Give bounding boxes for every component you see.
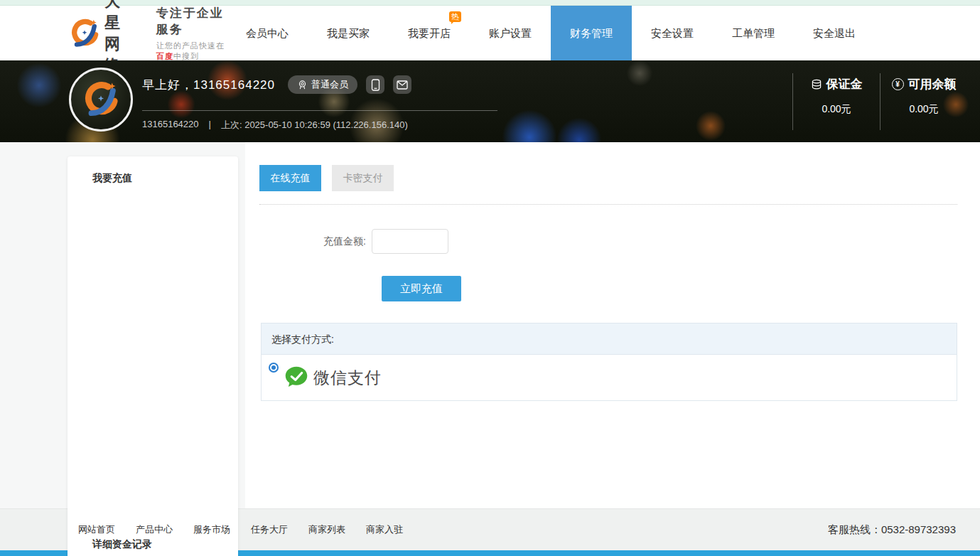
brand-logo-icon [69,18,100,49]
footer-links: 网站首页 产品中心 服务市场 任务大厅 商家列表 商家入驻 [78,523,403,536]
coin-yuan-glyph: ¥ [895,80,900,88]
tagline-sub-highlight: 百度 [156,52,173,60]
footer-link-merchant-join[interactable]: 商家入驻 [366,523,403,536]
tagline-sub: 让您的产品快速在百度中搜到 [156,41,227,62]
balance-stats: 保证金 0.00元 ¥ 可用余额 0.00元 [792,73,967,130]
wechat-pay-label: 微信支付 [313,367,382,389]
medal-icon [297,80,308,90]
main-area: 我要充值 详细资金记录 提现管理 我要提现 提现记录 保证金管理 缴纳保证金 解… [0,142,980,508]
coins-icon [811,79,822,90]
brand-tagline: 专注于企业服务 让您的产品快速在百度中搜到 [146,5,227,62]
nav-item-logout[interactable]: 安全退出 [794,6,875,60]
nav-item-open-shop[interactable]: 我要开店热 [389,6,470,60]
content-panel: 在线充值 卡密支付 充值金额: 立即充值 选择支付方式: 微信支付 [245,142,980,508]
user-banner: 早上好，13165164220 普通会员 13165164220 | 上次: 2… [0,60,980,142]
stat-deposit-value: 0.00元 [793,103,880,116]
tab-card-pay[interactable]: 卡密支付 [332,165,394,191]
payment-method-body: 微信支付 [262,355,957,400]
sidebar-item-recharge[interactable]: 我要充值 [68,166,238,532]
stat-deposit-label: 保证金 [826,76,863,92]
phone-icon[interactable] [366,75,384,94]
nav-item-open-shop-label: 我要开店 [408,27,451,39]
login-info-row: 13165164220 | 上次: 2025-05-10 10:26:59 (1… [142,119,408,132]
nav-item-member-center[interactable]: 会员中心 [227,6,308,60]
amount-form-row: 充值金额: [323,229,957,254]
recharge-tabs: 在线充值 卡密支付 [259,165,957,191]
footer-link-task-hall[interactable]: 任务大厅 [251,523,288,536]
nav-item-finance[interactable]: 财务管理 [551,6,632,60]
tagline-sub-suffix: 中搜到 [173,52,199,60]
info-separator: | [209,119,211,132]
stat-balance-value: 0.00元 [881,103,967,116]
username-text: 13165164220 [142,119,199,132]
mail-icon[interactable] [393,75,411,94]
amount-input[interactable] [372,229,448,254]
stat-balance-label-row: ¥ 可用余额 [881,76,967,92]
stat-deposit[interactable]: 保证金 0.00元 [792,73,880,130]
payment-method-box: 选择支付方式: 微信支付 [261,323,957,401]
service-hotline: 客服热线：0532-89732393 [828,523,956,537]
recharge-now-button[interactable]: 立即充值 [382,276,461,301]
main-nav: 会员中心 我是买家 我要开店热 账户设置 财务管理 安全设置 工单管理 安全退出 [227,6,875,60]
footer-link-products[interactable]: 产品中心 [136,523,173,536]
sidebar-menu-card: 我要充值 详细资金记录 提现管理 我要提现 提现记录 保证金管理 缴纳保证金 解… [68,156,238,556]
wechat-pay-icon [284,365,309,390]
stat-balance-label: 可用余额 [908,76,957,92]
coin-yuan-icon: ¥ [892,78,904,90]
sidebar: 我要充值 详细资金记录 提现管理 我要提现 提现记录 保证金管理 缴纳保证金 解… [0,142,245,508]
avatar-logo-icon [82,80,120,119]
last-login-text: 上次: 2025-05-10 10:26:59 (112.226.156.140… [221,119,408,132]
amount-label: 充值金额: [323,235,366,248]
greeting-text: 早上好，13165164220 [142,77,275,93]
member-level-badge[interactable]: 普通会员 [288,75,357,94]
nav-item-tickets[interactable]: 工单管理 [713,6,794,60]
footer-link-merchant-list[interactable]: 商家列表 [308,523,345,536]
tagline-main: 专注于企业服务 [156,5,227,38]
stat-deposit-label-row: 保证金 [793,76,880,92]
banner-divider [142,110,497,111]
greeting-row: 早上好，13165164220 普通会员 [142,75,411,94]
payment-method-header: 选择支付方式: [262,324,957,355]
wechat-pay-option[interactable]: 微信支付 [284,365,382,390]
site-header: 大星网络 专注于企业服务 让您的产品快速在百度中搜到 会员中心 我是买家 我要开… [0,6,980,60]
stat-balance[interactable]: ¥ 可用余额 0.00元 [880,73,967,130]
dotted-separator [259,204,957,205]
nav-item-buyer[interactable]: 我是买家 [308,6,389,60]
tab-online-recharge[interactable]: 在线充值 [259,165,321,191]
avatar[interactable] [69,68,133,132]
member-level-label: 普通会员 [311,78,348,91]
footer-link-service-market[interactable]: 服务市场 [193,523,230,536]
submit-row: 立即充值 [382,276,957,301]
wechat-pay-radio[interactable] [269,363,279,373]
footer-link-home[interactable]: 网站首页 [78,523,115,536]
hot-badge: 热 [449,11,461,22]
nav-item-security-settings[interactable]: 安全设置 [632,6,713,60]
tagline-sub-prefix: 让您的产品快速在 [156,41,225,50]
nav-item-account-settings[interactable]: 账户设置 [470,6,551,60]
